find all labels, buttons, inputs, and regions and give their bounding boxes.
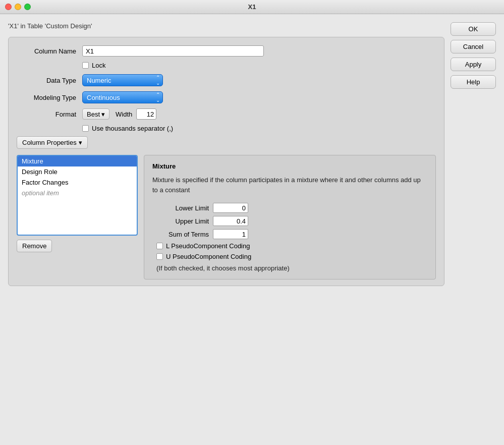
lower-limit-row: Lower Limit	[152, 203, 427, 213]
column-properties-dropdown-icon: ▾	[79, 139, 82, 146]
modeling-type-select-wrapper: Continuous ⌃⌄	[82, 91, 163, 103]
thousands-row: Use thousands separator (,)	[82, 125, 436, 132]
format-controls: Best ▾ Width	[82, 108, 156, 120]
column-properties-label: Column Properties	[22, 139, 77, 146]
data-type-label: Data Type	[17, 77, 82, 84]
detail-description: Mixture is specified if the column parti…	[152, 175, 427, 195]
window-title: X1	[248, 3, 256, 11]
column-name-label: Column Name	[17, 47, 82, 55]
sidebar-buttons: OK Cancel Apply Help	[451, 22, 496, 437]
modeling-type-select[interactable]: Continuous	[82, 91, 163, 103]
main-content: 'X1' in Table 'Custom Design' Column Nam…	[8, 22, 444, 437]
lock-checkbox[interactable]	[82, 62, 89, 69]
list-box[interactable]: Mixture Design Role Factor Changes optio…	[17, 155, 138, 236]
u-pseudo-row: U PseudoComponent Coding	[156, 253, 427, 260]
form-section: Column Name Lock Data Type Numeric ⌃⌄	[8, 37, 444, 286]
format-label: Format	[17, 110, 82, 118]
ok-button[interactable]: OK	[451, 22, 496, 36]
list-item-factor-changes[interactable]: Factor Changes	[18, 177, 137, 188]
sum-of-terms-label: Sum of Terms	[152, 231, 213, 238]
maximize-button[interactable]	[24, 4, 31, 10]
sum-of-terms-input[interactable]	[213, 229, 248, 239]
thousands-checkbox[interactable]	[82, 125, 89, 132]
list-item-design-role[interactable]: Design Role	[18, 166, 137, 177]
detail-panel: Mixture Mixture is specified if the colu…	[144, 155, 436, 280]
l-pseudo-label: L PseudoComponent Coding	[166, 242, 250, 250]
detail-title: Mixture	[152, 162, 427, 170]
data-type-select[interactable]: Numeric	[82, 74, 163, 86]
u-pseudo-checkbox[interactable]	[156, 253, 163, 260]
upper-limit-label: Upper Limit	[152, 217, 213, 225]
upper-limit-input[interactable]	[213, 216, 248, 226]
window-subtitle: 'X1' in Table 'Custom Design'	[8, 22, 444, 30]
close-button[interactable]	[5, 4, 12, 10]
apply-button[interactable]: Apply	[451, 58, 496, 71]
thousands-label: Use thousands separator (,)	[92, 125, 173, 132]
upper-limit-row: Upper Limit	[152, 216, 427, 226]
detail-note: (If both checked, it chooses most approp…	[156, 264, 427, 272]
lower-limit-input[interactable]	[213, 203, 248, 213]
traffic-lights	[5, 4, 31, 10]
format-button[interactable]: Best ▾	[82, 108, 109, 120]
format-row: Format Best ▾ Width	[17, 108, 436, 120]
lock-label: Lock	[92, 62, 105, 69]
format-value: Best	[87, 110, 100, 118]
list-item-mixture[interactable]: Mixture	[18, 156, 137, 166]
l-pseudo-checkbox[interactable]	[156, 243, 163, 249]
data-type-select-wrapper: Numeric ⌃⌄	[82, 74, 163, 86]
column-properties-button[interactable]: Column Properties ▾	[17, 136, 88, 149]
sum-of-terms-row: Sum of Terms	[152, 229, 427, 239]
format-dropdown-icon: ▾	[101, 110, 105, 118]
u-pseudo-label: U PseudoComponent Coding	[166, 253, 251, 260]
modeling-type-label: Modeling Type	[17, 94, 82, 101]
minimize-button[interactable]	[15, 4, 21, 10]
list-panel: Mixture Design Role Factor Changes optio…	[17, 155, 138, 280]
l-pseudo-row: L PseudoComponent Coding	[156, 242, 427, 250]
cancel-button[interactable]: Cancel	[451, 40, 496, 53]
remove-button[interactable]: Remove	[17, 240, 52, 252]
data-type-row: Data Type Numeric ⌃⌄	[17, 74, 436, 86]
column-name-input[interactable]	[82, 45, 264, 57]
lower-limit-label: Lower Limit	[152, 204, 213, 212]
column-name-row: Column Name	[17, 45, 436, 57]
width-label: Width	[116, 110, 132, 118]
bottom-section: Mixture Design Role Factor Changes optio…	[17, 155, 436, 280]
lock-row: Lock	[82, 62, 436, 69]
modeling-type-row: Modeling Type Continuous ⌃⌄	[17, 91, 436, 103]
help-button[interactable]: Help	[451, 75, 496, 89]
window-body: 'X1' in Table 'Custom Design' Column Nam…	[0, 14, 504, 445]
title-bar: X1	[0, 0, 504, 14]
width-input[interactable]	[136, 108, 156, 120]
list-item-optional[interactable]: optional item	[18, 188, 137, 198]
